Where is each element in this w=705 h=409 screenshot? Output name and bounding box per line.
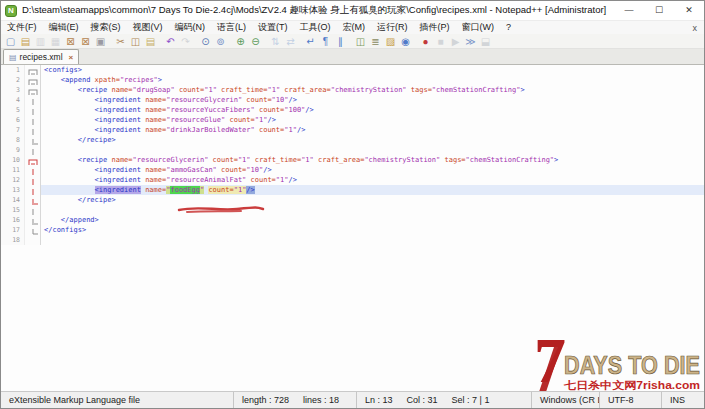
code-text-12[interactable]: <ingredient name="resourceAnimalFat" cou… bbox=[41, 175, 704, 185]
menu-item-3[interactable]: 视图(V) bbox=[127, 21, 169, 34]
minimize-button[interactable]: — bbox=[614, 1, 644, 20]
fold-margin-14 bbox=[25, 195, 41, 205]
code-text-4[interactable]: <ingredient name="resourceGlycerin" coun… bbox=[41, 95, 704, 105]
status-bar: eXtensible Markup Language file length :… bbox=[1, 391, 704, 408]
menu-item-6[interactable]: 设置(T) bbox=[252, 21, 294, 34]
code-text-17[interactable]: </configs> bbox=[41, 225, 704, 235]
folder-workspace-icon[interactable]: ▨ bbox=[384, 35, 397, 48]
line-number-10: 10 bbox=[1, 155, 25, 165]
code-text-1[interactable]: <configs> bbox=[41, 65, 704, 75]
toolbar: ▢▤▥▦⊠⊠▣✂◫▤↶↷⊙⊚⊕⊖⇅⇄↵¶∥◫≣▨◉●■▶≫⬓ bbox=[1, 34, 704, 49]
maximize-button[interactable]: ☐ bbox=[644, 1, 674, 20]
code-line-3[interactable]: 3 <recipe name="drugSoap" count="1" craf… bbox=[1, 85, 704, 95]
menu-item-8[interactable]: 宏(M) bbox=[337, 21, 372, 34]
zoom-in-icon[interactable]: ⊕ bbox=[234, 35, 247, 48]
code-text-15[interactable] bbox=[41, 205, 704, 215]
code-line-13[interactable]: 13 <ingredient name="foodEgg" count="1"/… bbox=[1, 185, 704, 195]
code-line-16[interactable]: 16 </append> bbox=[1, 215, 704, 225]
record-macro-icon[interactable]: ● bbox=[419, 35, 432, 48]
show-all-chars-icon[interactable]: ¶ bbox=[319, 35, 332, 48]
menu-item-11[interactable]: 窗口(W) bbox=[456, 21, 501, 34]
code-line-2[interactable]: 2 <append xpath="recipes"> bbox=[1, 75, 704, 85]
line-number-4: 4 bbox=[1, 95, 25, 105]
menu-item-7[interactable]: 工具(O) bbox=[294, 21, 337, 34]
code-line-11[interactable]: 11 <ingredient name="ammoGasCan" count="… bbox=[1, 165, 704, 175]
code-line-10[interactable]: 10 <recipe name="resourceGlycerin" count… bbox=[1, 155, 704, 165]
length-lines-status: length : 728lines : 18 bbox=[233, 392, 356, 408]
code-line-7[interactable]: 7 <ingredient name="drinkJarBoiledWater"… bbox=[1, 125, 704, 135]
open-folder-icon[interactable]: ▤ bbox=[19, 35, 32, 48]
save-all-icon: ▦ bbox=[49, 35, 62, 48]
menu-item-0[interactable]: 文件(F) bbox=[1, 21, 43, 34]
sync-horizontal-icon: ⇄ bbox=[284, 35, 297, 48]
menu-item-2[interactable]: 搜索(S) bbox=[85, 21, 127, 34]
doc-map-icon[interactable]: ◫ bbox=[354, 35, 367, 48]
copy-icon[interactable]: ◫ bbox=[129, 35, 142, 48]
menubar-close-icon[interactable]: x bbox=[686, 23, 705, 33]
eol-format-status[interactable]: Windows (CR LF) bbox=[531, 392, 599, 408]
notepadpp-window: { "window": { "title": "D:\\steam\\steam… bbox=[0, 0, 705, 409]
menu-item-12[interactable]: ? bbox=[500, 21, 517, 34]
function-list-icon[interactable]: ≣ bbox=[369, 35, 382, 48]
code-line-15[interactable]: 15 bbox=[1, 205, 704, 215]
close-button[interactable]: ✕ bbox=[674, 1, 704, 20]
encoding-status[interactable]: UTF-8 bbox=[599, 392, 661, 408]
line-number-3: 3 bbox=[1, 85, 25, 95]
menu-item-9[interactable]: 运行(R) bbox=[371, 21, 414, 34]
sync-vertical-icon: ⇅ bbox=[269, 35, 282, 48]
code-line-6[interactable]: 6 <ingredient name="resourceGlue" count=… bbox=[1, 115, 704, 125]
insert-mode-status[interactable]: INS bbox=[661, 392, 704, 408]
undo-icon[interactable]: ↶ bbox=[164, 35, 177, 48]
new-file-icon[interactable]: ▢ bbox=[4, 35, 17, 48]
menu-item-10[interactable]: 插件(P) bbox=[414, 21, 456, 34]
code-text-13[interactable]: <ingredient name="foodEgg" count="1"/> bbox=[41, 185, 704, 195]
code-text-2[interactable]: <append xpath="recipes"> bbox=[41, 75, 704, 85]
code-line-4[interactable]: 4 <ingredient name="resourceGlycerin" co… bbox=[1, 95, 704, 105]
indent-guide-icon[interactable]: ∥ bbox=[334, 35, 347, 48]
close-all-icon[interactable]: ⊠ bbox=[79, 35, 92, 48]
code-line-1[interactable]: 1<configs> bbox=[1, 65, 704, 75]
code-text-10[interactable]: <recipe name="resourceGlycerin" count="1… bbox=[41, 155, 704, 165]
code-text-14[interactable]: </recipe> bbox=[41, 195, 704, 205]
replace-icon[interactable]: ⊚ bbox=[214, 35, 227, 48]
menu-item-1[interactable]: 编辑(E) bbox=[43, 21, 85, 34]
word-wrap-icon[interactable]: ↵ bbox=[304, 35, 317, 48]
code-line-9[interactable]: 9 bbox=[1, 145, 704, 155]
code-text-3[interactable]: <recipe name="drugSoap" count="1" craft_… bbox=[41, 85, 704, 95]
code-text-7[interactable]: <ingredient name="drinkJarBoiledWater" c… bbox=[41, 125, 704, 135]
monitoring-eye-icon[interactable]: ◉ bbox=[399, 35, 412, 48]
fold-margin-10[interactable] bbox=[25, 155, 41, 165]
code-line-17[interactable]: 17</configs> bbox=[1, 225, 704, 235]
print-icon[interactable]: ▣ bbox=[94, 35, 107, 48]
menu-item-5[interactable]: 语言(L) bbox=[211, 21, 252, 34]
fold-margin-6 bbox=[25, 115, 41, 125]
code-text-18[interactable] bbox=[41, 235, 704, 245]
fold-margin-1[interactable] bbox=[25, 65, 41, 75]
fold-margin-2[interactable] bbox=[25, 75, 41, 85]
cut-icon[interactable]: ✂ bbox=[114, 35, 127, 48]
zoom-out-icon[interactable]: ⊖ bbox=[249, 35, 262, 48]
line-number-9: 9 bbox=[1, 145, 25, 155]
code-line-12[interactable]: 12 <ingredient name="resourceAnimalFat" … bbox=[1, 175, 704, 185]
fold-margin-3[interactable] bbox=[25, 85, 41, 95]
code-text-6[interactable]: <ingredient name="resourceGlue" count="1… bbox=[41, 115, 704, 125]
code-text-16[interactable]: </append> bbox=[41, 215, 704, 225]
code-line-8[interactable]: 8 </recipe> bbox=[1, 135, 704, 145]
fold-margin-7 bbox=[25, 125, 41, 135]
code-line-5[interactable]: 5 <ingredient name="resourceYuccaFibers"… bbox=[1, 105, 704, 115]
code-text-5[interactable]: <ingredient name="resourceYuccaFibers" c… bbox=[41, 105, 704, 115]
close-file-icon[interactable]: ⊠ bbox=[64, 35, 77, 48]
code-text-11[interactable]: <ingredient name="ammoGasCan" count="10"… bbox=[41, 165, 704, 175]
run-macro-multi-icon[interactable]: ≫ bbox=[464, 35, 477, 48]
menu-item-4[interactable]: 编码(N) bbox=[169, 21, 212, 34]
code-text-9[interactable] bbox=[41, 145, 704, 155]
code-line-18[interactable]: 18 bbox=[1, 235, 704, 245]
find-icon[interactable]: ⊙ bbox=[199, 35, 212, 48]
tab-close-icon[interactable]: × bbox=[69, 53, 74, 62]
paste-icon[interactable]: ▤ bbox=[144, 35, 157, 48]
tab-recipes-xml[interactable]: ▤ recipes.xml × bbox=[3, 49, 79, 64]
code-line-14[interactable]: 14 </recipe> bbox=[1, 195, 704, 205]
code-editor[interactable]: 1<configs>2 <append xpath="recipes">3 <r… bbox=[1, 65, 704, 391]
fold-margin-5 bbox=[25, 105, 41, 115]
code-text-8[interactable]: </recipe> bbox=[41, 135, 704, 145]
